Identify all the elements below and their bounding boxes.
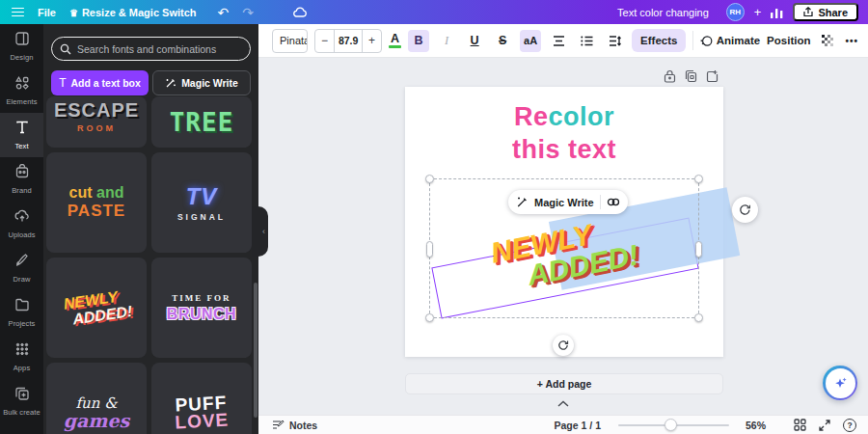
font-search[interactable] bbox=[51, 37, 251, 61]
font-family-select[interactable]: Pinata Marks bbox=[272, 29, 308, 53]
rotate-handle[interactable] bbox=[553, 335, 574, 356]
style-tile-time-for-brunch[interactable]: TIME FOR BRUNCH bbox=[151, 258, 252, 358]
canvas-area[interactable]: Recolor this text NEWLY ADDED! bbox=[258, 58, 868, 415]
add-member-button[interactable]: + bbox=[754, 5, 762, 19]
magic-wand-icon bbox=[165, 77, 176, 89]
insights-icon[interactable] bbox=[771, 7, 783, 18]
text-color-button[interactable]: A bbox=[389, 33, 401, 49]
bold-button[interactable]: B bbox=[408, 30, 429, 52]
style-tile-escape-room[interactable]: ESCAPE ROOM bbox=[46, 96, 147, 148]
resize-handle-top-right[interactable] bbox=[694, 175, 703, 183]
style-tile-tv-signal[interactable]: TV SIGNAL bbox=[151, 152, 252, 253]
style-tile-newly-added[interactable]: NEWLY ADDED! bbox=[46, 258, 147, 358]
style-tile-cut-and-paste[interactable]: cut and PASTE bbox=[46, 152, 147, 253]
sidebar-item-uploads[interactable]: Uploads bbox=[0, 202, 43, 246]
projects-icon bbox=[14, 297, 30, 316]
alignment-button[interactable] bbox=[548, 30, 569, 52]
text-case-button[interactable]: aA bbox=[520, 30, 541, 52]
style-tile-fun-and-games[interactable]: fun & games bbox=[46, 363, 147, 434]
add-page-button[interactable]: + Add page bbox=[405, 373, 723, 394]
resize-handle-right[interactable] bbox=[695, 241, 702, 258]
heading-text[interactable]: Recolor this text bbox=[405, 100, 723, 166]
share-button[interactable]: Share bbox=[793, 3, 858, 21]
sidebar-item-design[interactable]: Design bbox=[0, 24, 43, 68]
document-title[interactable]: Text color changing bbox=[617, 7, 709, 18]
sidebar-item-text[interactable]: Text bbox=[0, 113, 43, 157]
sidebar-item-elements[interactable]: Elements bbox=[0, 68, 43, 113]
bulk-create-icon bbox=[14, 386, 30, 405]
question-mark-icon: ? bbox=[843, 419, 856, 432]
search-input[interactable] bbox=[77, 43, 242, 55]
line-spacing-icon bbox=[609, 36, 621, 46]
list-button[interactable] bbox=[576, 30, 597, 52]
style-tile-puff-love[interactable]: PUFF LOVE bbox=[151, 363, 252, 434]
brand-kit-icon bbox=[14, 164, 30, 183]
chevron-up-icon[interactable] bbox=[556, 398, 571, 408]
strikethrough-button[interactable]: S bbox=[492, 30, 513, 52]
cloud-save-icon bbox=[292, 7, 308, 18]
design-icon bbox=[14, 31, 30, 50]
transparency-button[interactable] bbox=[817, 30, 838, 52]
apps-icon bbox=[14, 341, 30, 361]
magic-write-floating-button[interactable]: Magic Write bbox=[508, 190, 628, 214]
notes-icon bbox=[272, 420, 285, 430]
spacing-button[interactable] bbox=[604, 30, 625, 52]
fullscreen-button[interactable] bbox=[819, 420, 830, 431]
canva-assistant-button[interactable] bbox=[823, 366, 857, 400]
font-style-grid: ESCAPE ROOM TREE cut and PASTE TV SIGNAL… bbox=[46, 96, 252, 434]
sidebar-item-apps[interactable]: Apps bbox=[0, 335, 43, 379]
sidebar-item-bulk-create[interactable]: Bulk create bbox=[0, 379, 43, 423]
effects-button[interactable]: Effects bbox=[632, 29, 686, 52]
file-menu[interactable]: File bbox=[38, 7, 56, 18]
add-page-icon[interactable] bbox=[706, 69, 719, 83]
help-button[interactable]: ? bbox=[843, 419, 856, 432]
chevron-left-icon: ‹ bbox=[262, 227, 265, 236]
position-button[interactable]: Position bbox=[767, 35, 810, 46]
italic-button[interactable]: I bbox=[436, 30, 457, 52]
panel-collapse-button[interactable]: ‹ bbox=[252, 206, 268, 257]
flip-design-button[interactable] bbox=[732, 197, 758, 223]
pill-divider bbox=[600, 195, 601, 209]
share-upload-icon bbox=[803, 7, 813, 17]
topbar: File ♛Resize & Magic Switch ↶ ↷ Text col… bbox=[0, 0, 868, 24]
sidebar-item-brand[interactable]: Brand bbox=[0, 157, 43, 202]
align-center-icon bbox=[553, 36, 565, 46]
zoom-level[interactable]: 56% bbox=[746, 420, 766, 431]
editor-main: Pinata Marks − 87.9 + A B I U S aA bbox=[258, 24, 868, 434]
menu-icon[interactable] bbox=[12, 8, 24, 17]
resize-handle-bottom-right[interactable] bbox=[694, 313, 703, 322]
font-size-decrease-button[interactable]: − bbox=[315, 30, 334, 52]
zoom-slider[interactable] bbox=[618, 419, 729, 432]
magic-write-panel-button[interactable]: Magic Write bbox=[152, 70, 251, 95]
zoom-slider-thumb[interactable] bbox=[665, 419, 677, 431]
lock-icon[interactable] bbox=[664, 69, 676, 83]
redo-button[interactable]: ↷ bbox=[242, 5, 254, 20]
animate-icon bbox=[700, 35, 713, 47]
design-page[interactable]: Recolor this text NEWLY ADDED! bbox=[405, 87, 723, 357]
panel-scrollbar[interactable] bbox=[254, 283, 258, 418]
resize-handle-top-left[interactable] bbox=[425, 175, 434, 183]
search-icon bbox=[60, 43, 71, 55]
add-text-box-button[interactable]: T Add a text box bbox=[51, 70, 149, 95]
resize-handle-left[interactable] bbox=[426, 241, 433, 258]
duplicate-page-icon[interactable] bbox=[685, 69, 697, 83]
notes-button[interactable]: Notes bbox=[272, 420, 317, 431]
more-options-button[interactable]: ••• bbox=[845, 36, 858, 46]
link-icon[interactable] bbox=[607, 197, 620, 207]
grid-view-button[interactable] bbox=[794, 419, 806, 431]
undo-button[interactable]: ↶ bbox=[218, 5, 230, 20]
font-size-value[interactable]: 87.9 bbox=[334, 30, 363, 52]
font-size-increase-button[interactable]: + bbox=[363, 30, 381, 52]
animate-button[interactable]: Animate bbox=[700, 35, 760, 47]
page-indicator[interactable]: Page 1 / 1 bbox=[555, 420, 601, 431]
style-tile-tree[interactable]: TREE bbox=[151, 96, 252, 148]
resize-magic-switch-button[interactable]: ♛Resize & Magic Switch bbox=[69, 7, 197, 18]
avatar[interactable]: RH bbox=[726, 3, 745, 21]
text-panel: T Add a text box Magic Write ESCAPE ROOM… bbox=[43, 24, 258, 434]
underline-button[interactable]: U bbox=[464, 30, 485, 52]
sidebar-item-projects[interactable]: Projects bbox=[0, 290, 43, 335]
canva-app: File ♛Resize & Magic Switch ↶ ↷ Text col… bbox=[0, 0, 868, 434]
sidebar: Design Elements Text Brand Uploads Draw … bbox=[0, 24, 43, 434]
sidebar-item-draw[interactable]: Draw bbox=[0, 246, 43, 290]
resize-handle-bottom-left[interactable] bbox=[425, 313, 434, 322]
